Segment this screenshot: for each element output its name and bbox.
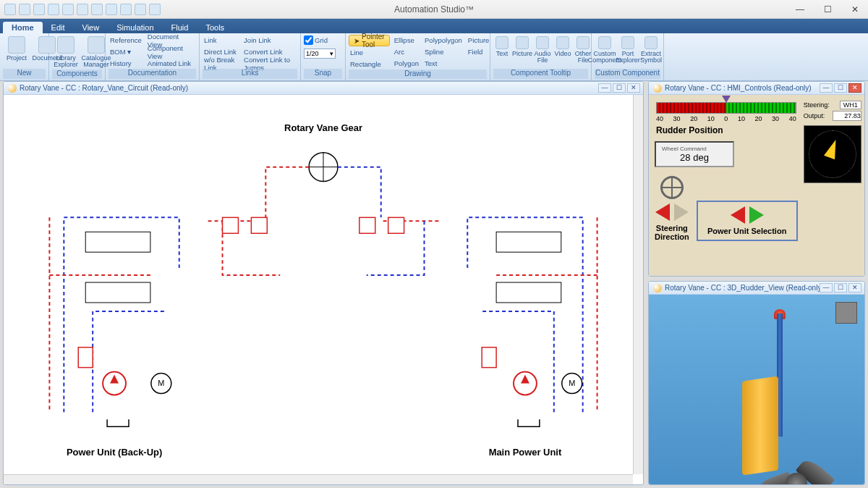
pane-close-icon[interactable]: ✕	[848, 83, 861, 93]
tooltip-video-button[interactable]: Video	[554, 35, 571, 59]
group-label-new: New	[3, 69, 46, 79]
vscroll[interactable]	[633, 95, 643, 474]
group-label-documentation: Documentation	[109, 69, 196, 79]
app-title: Automation Studio™	[394, 4, 474, 14]
history-button[interactable]: History	[109, 58, 143, 69]
ribbon-group-documentation: Reference BOM ▾ History Document View Co…	[106, 33, 200, 80]
qat-paste-icon[interactable]	[120, 4, 132, 15]
qat-refresh-icon[interactable]	[135, 4, 146, 15]
pane-min-icon[interactable]: —	[820, 283, 833, 293]
project-button[interactable]: Project	[3, 35, 30, 63]
pus-right-button[interactable]	[749, 206, 764, 224]
output-field[interactable]	[833, 111, 861, 121]
polypolygon-button[interactable]: Polypolygon	[423, 35, 464, 46]
qat-redo-icon[interactable]	[77, 4, 88, 15]
qat-cut-icon[interactable]	[91, 4, 103, 15]
tt-video-icon	[556, 36, 569, 49]
pane-close-icon[interactable]: ✕	[627, 83, 640, 93]
hscroll[interactable]	[4, 474, 633, 484]
tab-edit[interactable]: Edit	[43, 22, 74, 33]
pane-max-icon[interactable]: ☐	[834, 83, 847, 93]
pus-left-button[interactable]	[731, 206, 745, 224]
qat-print-icon[interactable]	[48, 4, 59, 15]
svg-rect-6	[496, 282, 561, 303]
qat-undo-icon[interactable]	[62, 4, 74, 15]
rudder-label: Rudder Position	[656, 125, 796, 135]
group-label-drawing: Drawing	[349, 70, 487, 79]
wo-break-link-button[interactable]: w/o Break Link	[203, 58, 239, 69]
tt-text-icon	[495, 36, 509, 49]
ribbon-group-links: Link Direct Link w/o Break Link Join Lin…	[200, 33, 301, 80]
rectangle-button[interactable]: Rectangle	[349, 59, 390, 70]
qat-copy-icon[interactable]	[106, 4, 117, 15]
spline-button[interactable]: Spline	[423, 46, 464, 57]
ellipse-button[interactable]: Ellipse	[393, 35, 420, 46]
pane-max-icon[interactable]: ☐	[613, 83, 626, 93]
tab-tools[interactable]: Tools	[197, 22, 233, 33]
join-link-button[interactable]: Join Link	[242, 35, 297, 46]
pane-icon	[653, 284, 662, 293]
cc-icon	[598, 36, 611, 49]
title-bar: Automation Studio™ — ☐ ✕	[0, 0, 868, 19]
pane-min-icon[interactable]: —	[820, 83, 833, 93]
view3d-canvas[interactable]	[649, 295, 864, 484]
qat-open-icon[interactable]	[33, 4, 45, 15]
qat-help-icon[interactable]	[149, 4, 161, 15]
scale-green	[726, 103, 796, 113]
qat-app-icon[interactable]	[4, 4, 16, 15]
extract-icon	[644, 36, 658, 49]
hmi-pane: Rotary Vane - CC : HMI_Controls (Read-on…	[648, 81, 865, 277]
grid-checkbox[interactable]: Grid	[304, 35, 336, 46]
polygon-button[interactable]: Polygon	[393, 58, 420, 69]
extract-symbol-button[interactable]: Extract Symbol	[641, 35, 661, 65]
picture-button[interactable]: Picture	[467, 35, 491, 46]
pane-min-icon[interactable]: —	[598, 83, 611, 93]
grid-scale-combo[interactable]: 1/20▾	[304, 48, 336, 59]
view-cube-icon[interactable]	[835, 302, 857, 324]
convert-link-jumps-button[interactable]: Convert Link to Jumps	[242, 58, 297, 69]
rudder-3d-model	[735, 314, 822, 484]
pane-close-icon[interactable]: ✕	[848, 283, 861, 293]
pane-max-icon[interactable]: ☐	[834, 283, 847, 293]
maximize-button[interactable]: ☐	[817, 4, 838, 14]
circuit-canvas[interactable]: Rotary Vane Gear	[4, 95, 643, 484]
group-label-tooltip: Component Tooltip	[493, 69, 588, 79]
tab-home[interactable]: Home	[3, 22, 43, 33]
tooltip-picture-button[interactable]: Picture	[514, 35, 531, 59]
minimize-button[interactable]: —	[790, 4, 810, 14]
pane-icon	[8, 84, 17, 93]
tooltip-text-button[interactable]: Text	[493, 35, 511, 59]
library-explorer-button[interactable]: Library Explorer	[52, 35, 80, 70]
quick-access-toolbar	[0, 4, 161, 15]
steer-left-button[interactable]	[655, 203, 670, 221]
animated-link-button[interactable]: Animated Link	[146, 58, 196, 69]
svg-text:M: M	[158, 379, 164, 388]
ribbon-group-components: Library Explorer Catalogue Manager Compo…	[49, 33, 106, 80]
text-button[interactable]: Text	[423, 58, 464, 69]
line-button[interactable]: Line	[349, 47, 390, 58]
steering-wheel-icon[interactable]	[660, 176, 684, 199]
pointer-tool-button[interactable]: ➤Pointer Tool	[349, 35, 390, 46]
group-label-custom: Custom Component	[595, 69, 660, 79]
bom-button[interactable]: BOM ▾	[109, 46, 143, 57]
tab-view[interactable]: View	[74, 22, 109, 33]
tt-other-icon	[576, 36, 590, 49]
reference-button[interactable]: Reference	[109, 35, 143, 46]
port-explorer-button[interactable]: Port Explorer	[618, 35, 638, 65]
circuit-pane: Rotary Vane - CC : Rotary_Vane_Circuit (…	[3, 81, 644, 485]
pane-icon	[653, 84, 662, 93]
component-view-button[interactable]: Component View	[146, 46, 196, 57]
field-button[interactable]: Field	[467, 46, 491, 57]
custom-component-button[interactable]: Custom Component	[595, 35, 615, 65]
view3d-pane-titlebar: Rotary Vane - CC : 3D_Rudder_View (Read-…	[649, 282, 864, 295]
arc-button[interactable]: Arc	[393, 46, 420, 57]
ribbon-group-snap: Grid 1/20▾ Snap	[301, 33, 346, 80]
hmi-pane-titlebar: Rotary Vane - CC : HMI_Controls (Read-on…	[649, 82, 864, 95]
link-button[interactable]: Link	[203, 35, 239, 46]
tooltip-audio-button[interactable]: Audio File	[534, 35, 551, 65]
close-button[interactable]: ✕	[845, 4, 865, 14]
steer-right-button[interactable]	[674, 203, 689, 221]
power-unit-selection: Power Unit Selection	[697, 201, 798, 241]
svg-text:M: M	[569, 379, 575, 388]
qat-save-icon[interactable]	[19, 4, 30, 15]
